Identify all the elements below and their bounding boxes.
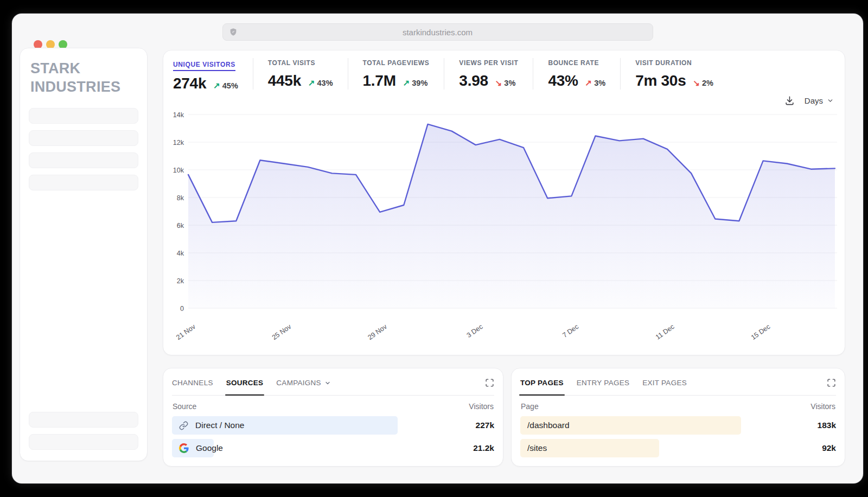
sources-panel: CHANNELSSOURCESCAMPAIGNS Source Visitors… (163, 368, 503, 467)
y-tick-label: 2k (177, 277, 184, 285)
sidebar-bottom-group (29, 412, 138, 450)
y-tick-label: 14k (173, 111, 184, 119)
row-label-text: /dashboard (527, 420, 570, 430)
row-value: 21.2k (473, 443, 494, 453)
row-value: 227k (476, 420, 494, 430)
stat-views-per-visit[interactable]: VIEWS PER VISIT3.98↘3% (444, 58, 533, 90)
sidebar-skeleton-item (29, 412, 138, 428)
arrow-up-right-icon: ↗ (213, 81, 220, 91)
tab-label: EXIT PAGES (642, 379, 687, 387)
chevron-down-icon (827, 97, 834, 104)
table-row[interactable]: /dashboard183k (520, 416, 836, 435)
stat-value: 445k (268, 72, 301, 90)
stat-value-row: 3.98↘3% (459, 72, 518, 90)
stat-change: ↗3% (585, 78, 606, 88)
table-row[interactable]: Google21.2k (172, 439, 494, 457)
download-icon[interactable] (784, 95, 795, 106)
stat-label: TOTAL VISITS (268, 59, 333, 67)
stat-value-row: 445k↗43% (268, 72, 333, 90)
stat-label: UNIQUE VISITORS (173, 61, 235, 71)
sidebar-skeleton-item (29, 152, 138, 168)
stat-change-value: 39% (412, 79, 427, 87)
stat-change-value: 45% (222, 81, 238, 90)
arrow-down-right-icon: ↘ (495, 78, 502, 88)
column-header-page: Page (521, 402, 539, 411)
analytics-card: UNIQUE VISITORS274k↗45%TOTAL VISITS445k↗… (163, 50, 845, 355)
x-tick-label: 7 Dec (561, 323, 580, 339)
x-tick-label: 11 Dec (654, 323, 676, 341)
interval-label: Days (805, 96, 823, 105)
stat-change: ↗39% (403, 78, 428, 88)
sidebar-skeleton-item (29, 130, 138, 146)
expand-icon[interactable] (485, 378, 494, 387)
y-tick-label: 10k (173, 167, 184, 174)
tab-label: CHANNELS (172, 379, 213, 387)
stat-total-visits[interactable]: TOTAL VISITS445k↗43% (253, 58, 348, 90)
row-value: 183k (818, 420, 836, 430)
browser-window: starkindustries.com STARK INDUSTRIES UNI… (12, 14, 863, 483)
stat-value-row: 274k↗45% (173, 75, 238, 92)
brand-title: STARK INDUSTRIES (30, 59, 123, 96)
url-text: starkindustries.com (403, 28, 473, 37)
stat-change-value: 2% (702, 79, 713, 87)
expand-icon[interactable] (827, 378, 836, 387)
y-tick-label: 4k (177, 250, 184, 257)
pages-tabs: TOP PAGESENTRY PAGESEXIT PAGES (520, 378, 836, 396)
y-tick-label: 8k (177, 194, 184, 202)
stat-unique-visitors[interactable]: UNIQUE VISITORS274k↗45% (172, 58, 253, 92)
sources-tabs: CHANNELSSOURCESCAMPAIGNS (172, 378, 494, 396)
stat-label: VISIT DURATION (635, 59, 713, 67)
arrow-down-right-icon: ↘ (693, 78, 700, 88)
url-bar[interactable]: starkindustries.com (222, 23, 653, 41)
tab-label: SOURCES (226, 379, 264, 387)
y-tick-label: 0 (180, 305, 184, 313)
interval-dropdown[interactable]: Days (805, 96, 834, 105)
row-label: Direct / None (172, 420, 244, 430)
shield-icon (229, 28, 238, 36)
table-row[interactable]: Direct / None227k (172, 416, 494, 435)
stat-change-value: 3% (504, 79, 515, 87)
pages-column-headers: Page Visitors (521, 402, 835, 411)
tab-label: TOP PAGES (520, 379, 564, 387)
stat-label: TOTAL PAGEVIEWS (363, 59, 430, 67)
chart-toolbar: Days (172, 93, 834, 107)
row-label: /sites (520, 443, 547, 453)
stat-visit-duration[interactable]: VISIT DURATION7m 30s↘2% (620, 58, 728, 90)
google-icon (179, 443, 189, 453)
stat-total-pageviews[interactable]: TOTAL PAGEVIEWS1.7M↗39% (348, 58, 444, 90)
pages-rows: /dashboard183k/sites92k (520, 416, 836, 457)
x-tick-label: 3 Dec (465, 323, 484, 339)
arrow-up-right-icon: ↗ (308, 78, 315, 88)
pages-panel: TOP PAGESENTRY PAGESEXIT PAGES Page Visi… (511, 368, 845, 467)
row-label-text: /sites (527, 443, 547, 453)
x-tick-label: 15 Dec (750, 323, 771, 341)
column-header-source: Source (173, 402, 196, 411)
arrow-up-right-icon: ↗ (403, 78, 410, 88)
link-icon (179, 421, 188, 430)
stat-value-row: 43%↗3% (548, 72, 605, 90)
tab-entry-pages[interactable]: ENTRY PAGES (577, 379, 630, 387)
sidebar-skeleton-item (29, 108, 138, 124)
chevron-down-icon (324, 380, 331, 386)
row-label-text: Google (196, 443, 223, 453)
sources-column-headers: Source Visitors (173, 402, 494, 411)
tab-sources[interactable]: SOURCES (226, 379, 264, 387)
sources-rows: Direct / None227kGoogle21.2k (172, 416, 494, 457)
stat-value: 43% (548, 72, 578, 90)
row-label: Google (172, 443, 223, 453)
tab-channels[interactable]: CHANNELS (172, 379, 213, 387)
stat-value-row: 1.7M↗39% (363, 72, 430, 90)
stat-bounce-rate[interactable]: BOUNCE RATE43%↗3% (533, 58, 620, 90)
row-value: 92k (822, 443, 836, 453)
stat-value: 1.7M (363, 72, 396, 90)
sidebar-skeleton-item (29, 434, 138, 450)
stat-value-row: 7m 30s↘2% (635, 72, 713, 90)
tab-campaigns[interactable]: CAMPAIGNS (276, 379, 330, 387)
tab-top-pages[interactable]: TOP PAGES (520, 379, 564, 387)
x-tick-label: 25 Nov (271, 323, 293, 342)
stat-change: ↘3% (495, 78, 516, 88)
table-row[interactable]: /sites92k (520, 439, 836, 457)
stat-change-value: 3% (594, 79, 605, 87)
tab-exit-pages[interactable]: EXIT PAGES (642, 379, 687, 387)
column-header-visitors: Visitors (469, 402, 494, 411)
